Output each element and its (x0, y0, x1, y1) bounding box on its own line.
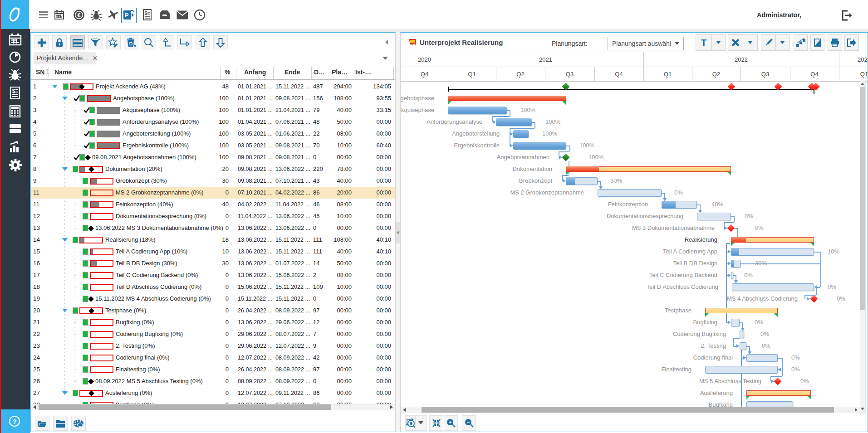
svg-text:$: $ (12, 88, 15, 94)
svg-text:€: € (77, 12, 80, 19)
svg-text:?: ? (12, 418, 16, 425)
svg-text:T: T (701, 38, 706, 47)
svg-text:$: $ (144, 10, 147, 16)
svg-text:P: P (125, 12, 129, 19)
